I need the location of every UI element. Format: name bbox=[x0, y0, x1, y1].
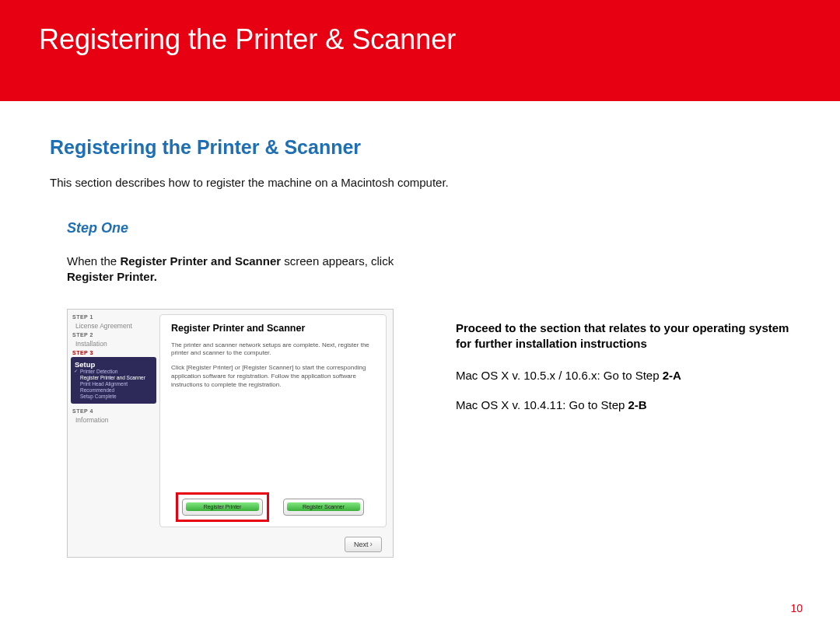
sidebar-step-1: STEP 1 bbox=[71, 314, 156, 320]
step-instruction: When the Register Printer and Scanner sc… bbox=[67, 254, 432, 285]
left-column: When the Register Printer and Scanner sc… bbox=[67, 254, 432, 558]
installer-inner: STEP 1 License Agreement STEP 2 Installa… bbox=[68, 310, 393, 527]
register-scanner-button[interactable]: Register Scanner bbox=[283, 499, 364, 516]
sidebar-sub-detection: Printer Detection bbox=[74, 369, 153, 375]
installer-footer: Next bbox=[345, 537, 382, 552]
next-button-label: Next bbox=[354, 541, 369, 548]
page-number: 10 bbox=[790, 602, 803, 614]
section-heading: Registering the Printer & Scanner bbox=[50, 136, 796, 159]
button-row: Register Printer Register Scanner bbox=[160, 499, 386, 516]
sidebar-step-3: STEP 3 bbox=[71, 350, 156, 355]
os2-text: Mac OS X v. 10.4.11: Go to Step bbox=[456, 398, 628, 411]
header-banner: Registering the Printer & Scanner bbox=[0, 0, 840, 101]
sidebar-sub-alignment: Print Head Alignment Recommended bbox=[74, 381, 153, 394]
installer-main-panel: Register Printer and Scanner The printer… bbox=[159, 314, 387, 527]
content-area: Registering the Printer & Scanner This s… bbox=[0, 101, 840, 558]
sidebar-item-license: License Agreement bbox=[71, 320, 156, 332]
register-printer-button[interactable]: Register Printer bbox=[182, 499, 263, 516]
text-fragment: When the bbox=[67, 254, 120, 268]
panel-text-2: Click [Register Printer] or [Register Sc… bbox=[171, 364, 375, 389]
register-printer-label: Register Printer bbox=[186, 502, 259, 511]
sidebar-sub-complete: Setup Complete bbox=[74, 394, 153, 400]
os1-step: 2-A bbox=[663, 369, 681, 382]
sidebar-step-4: STEP 4 bbox=[71, 408, 156, 414]
sidebar-item-installation: Installation bbox=[71, 338, 156, 350]
sidebar-setup-title: Setup bbox=[74, 360, 153, 369]
step-body-row: When the Register Printer and Scanner sc… bbox=[50, 254, 796, 558]
os2-step: 2-B bbox=[628, 398, 647, 411]
intro-text: This section describes how to register t… bbox=[50, 176, 796, 189]
os-line-2: Mac OS X v. 10.4.11: Go to Step 2-B bbox=[456, 397, 796, 413]
next-button[interactable]: Next bbox=[345, 537, 382, 552]
page-title: Registering the Printer & Scanner bbox=[39, 23, 801, 56]
installer-sidebar: STEP 1 License Agreement STEP 2 Installa… bbox=[68, 310, 159, 527]
os-line-1: Mac OS X v. 10.5.x / 10.6.x: Go to Step … bbox=[456, 368, 796, 383]
sidebar-item-information: Information bbox=[71, 414, 156, 426]
text-fragment: screen appears, click bbox=[281, 254, 394, 268]
text-bold: Register Printer and Scanner bbox=[120, 254, 281, 268]
proceed-lead: Proceed to the section that relates to y… bbox=[456, 320, 796, 352]
sidebar-item-setup: Setup Printer Detection Register Printer… bbox=[71, 357, 156, 404]
right-column: Proceed to the section that relates to y… bbox=[456, 254, 796, 558]
os1-text: Mac OS X v. 10.5.x / 10.6.x: Go to Step bbox=[456, 369, 663, 382]
text-bold: Register Printer. bbox=[67, 270, 157, 283]
sidebar-sub-register: Register Printer and Scanner bbox=[74, 375, 153, 381]
panel-title: Register Printer and Scanner bbox=[171, 323, 375, 334]
installer-screenshot: STEP 1 License Agreement STEP 2 Installa… bbox=[67, 309, 394, 558]
sidebar-step-2: STEP 2 bbox=[71, 332, 156, 338]
panel-text-1: The printer and scanner network setups a… bbox=[171, 341, 375, 359]
step-one-label: Step One bbox=[67, 220, 796, 236]
register-scanner-label: Register Scanner bbox=[287, 502, 360, 511]
